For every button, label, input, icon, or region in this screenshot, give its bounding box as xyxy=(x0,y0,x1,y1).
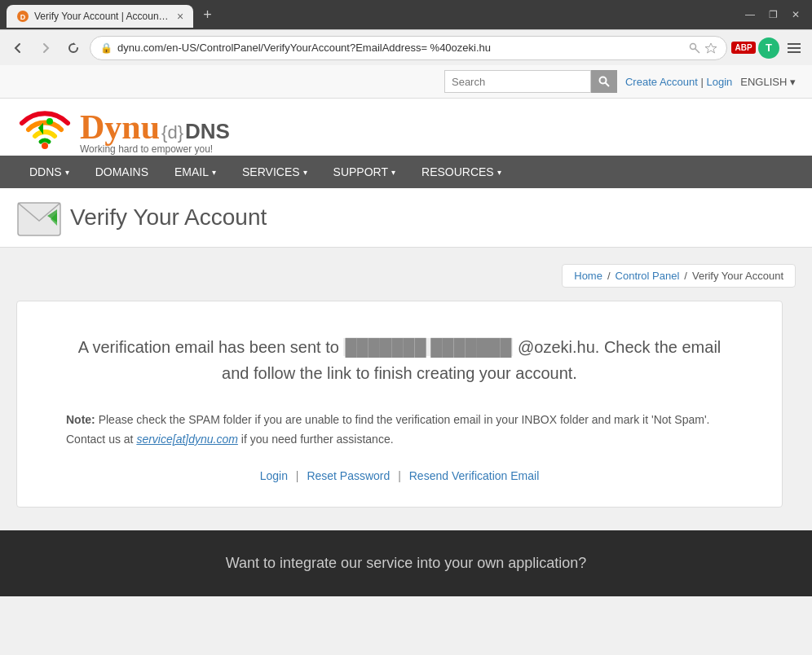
svg-line-10 xyxy=(605,83,609,87)
envelope-icon xyxy=(16,201,62,237)
footer-cta: Want to integrate our service into your … xyxy=(16,555,796,572)
note-label: Note: xyxy=(66,413,95,426)
top-bar: Create Account | Login ENGLISH ▾ xyxy=(0,65,812,99)
logo-text: Dynu {d} DNS xyxy=(80,108,230,147)
svg-point-11 xyxy=(42,143,48,149)
svg-point-3 xyxy=(691,43,696,49)
verification-message: A verification email has been sent to ██… xyxy=(66,334,733,386)
message-line1: A verification email has been sent to xyxy=(78,338,339,356)
top-link-sep: | xyxy=(701,76,707,88)
reload-button[interactable] xyxy=(62,37,85,59)
lock-icon: 🔒 xyxy=(100,42,113,54)
nav-ddns[interactable]: DDNS ▾ xyxy=(16,156,82,188)
action-sep1: | xyxy=(296,469,299,482)
toolbar-icons: ABP T xyxy=(732,37,805,59)
email-domain: @ozeki.hu. xyxy=(518,338,599,356)
ddns-arrow-icon: ▾ xyxy=(65,168,69,177)
resend-verification-link[interactable]: Resend Verification Email xyxy=(409,469,540,482)
create-account-link[interactable]: Create Account xyxy=(625,76,698,88)
star-icon[interactable] xyxy=(705,42,717,54)
svg-point-14 xyxy=(46,118,53,125)
main-nav: DDNS ▾ DOMAINS EMAIL ▾ SERVICES ▾ SUPPOR… xyxy=(0,156,812,188)
breadcrumb-home[interactable]: Home xyxy=(574,270,602,282)
login-action-link[interactable]: Login xyxy=(260,469,288,482)
logo-icon xyxy=(16,107,73,156)
tagline: Working hard to empower you! xyxy=(80,143,230,155)
logo-text-area: Dynu {d} DNS Working hard to empower you… xyxy=(80,108,230,155)
close-button[interactable]: ✕ xyxy=(786,5,805,24)
forward-button[interactable] xyxy=(34,37,57,59)
profile-button[interactable]: T xyxy=(758,37,779,59)
abp-icon[interactable]: ABP xyxy=(732,37,755,59)
search-input[interactable] xyxy=(444,70,591,93)
tab-close-button[interactable]: × xyxy=(177,10,183,23)
action-sep2: | xyxy=(398,469,401,482)
back-button[interactable] xyxy=(7,37,29,59)
browser-titlebar: D Verify Your Account | Account | U × + … xyxy=(0,0,812,29)
breadcrumb-sep2: / xyxy=(684,270,687,282)
top-links: Create Account | Login xyxy=(625,76,732,88)
nav-services[interactable]: SERVICES ▾ xyxy=(229,156,320,188)
website: Create Account | Login ENGLISH ▾ xyxy=(0,65,812,596)
logo-area: Dynu {d} DNS Working hard to empower you… xyxy=(16,107,230,156)
svg-point-9 xyxy=(599,77,606,84)
page-header: Verify Your Account xyxy=(0,188,812,248)
favicon-icon: D xyxy=(16,10,29,23)
service-email-link[interactable]: service[at]dynu.com xyxy=(136,433,238,446)
breadcrumb-panel[interactable]: Control Panel xyxy=(616,270,680,282)
reset-password-link[interactable]: Reset Password xyxy=(307,469,390,482)
browser-toolbar: 🔒 dynu.com/en-US/ControlPanel/VerifyYour… xyxy=(0,29,812,65)
search-button[interactable] xyxy=(591,70,617,93)
new-tab-button[interactable]: + xyxy=(196,3,218,27)
breadcrumb-current: Verify Your Account xyxy=(692,270,783,282)
support-arrow-icon: ▾ xyxy=(391,168,395,177)
browser-tab[interactable]: D Verify Your Account | Account | U × xyxy=(7,5,193,28)
nav-domains[interactable]: DOMAINS xyxy=(82,156,161,188)
main-card: A verification email has been sent to ██… xyxy=(16,301,783,508)
site-header: Dynu {d} DNS Working hard to empower you… xyxy=(0,99,812,156)
resources-arrow-icon: ▾ xyxy=(497,168,501,177)
browser-chrome: D Verify Your Account | Account | U × + … xyxy=(0,0,812,65)
logo-dns: DNS xyxy=(185,119,230,144)
action-links: Login | Reset Password | Resend Verifica… xyxy=(66,469,733,482)
search-icon xyxy=(598,76,610,87)
tab-title: Verify Your Account | Account | U xyxy=(34,11,169,22)
address-bar[interactable]: 🔒 dynu.com/en-US/ControlPanel/VerifyYour… xyxy=(90,36,727,60)
search-form xyxy=(444,70,617,93)
services-arrow-icon: ▾ xyxy=(303,168,307,177)
svg-marker-2 xyxy=(73,42,76,45)
login-link[interactable]: Login xyxy=(707,76,733,88)
note-section: Note: Please check the SPAM folder if yo… xyxy=(66,411,733,450)
abp-badge: ABP xyxy=(731,42,755,54)
logo-bracket: {d} xyxy=(161,122,183,143)
note-end: if you need further assistance. xyxy=(241,433,394,446)
logo-dynu: Dynu xyxy=(80,108,160,147)
window-controls: — ❐ ✕ xyxy=(740,5,805,24)
address-bar-icons xyxy=(689,42,717,54)
minimize-button[interactable]: — xyxy=(740,5,760,24)
nav-email[interactable]: EMAIL ▾ xyxy=(161,156,229,188)
svg-text:D: D xyxy=(20,13,26,21)
email-masked: ███████ ███████ xyxy=(343,338,513,356)
svg-marker-5 xyxy=(705,43,717,53)
nav-resources[interactable]: RESOURCES ▾ xyxy=(408,156,514,188)
page-icon xyxy=(16,201,57,234)
maximize-button[interactable]: ❐ xyxy=(763,5,783,24)
nav-support[interactable]: SUPPORT ▾ xyxy=(320,156,408,188)
breadcrumb-sep1: / xyxy=(607,270,611,282)
breadcrumb-inner: Home / Control Panel / Verify Your Accou… xyxy=(562,264,796,288)
site-footer: Want to integrate our service into your … xyxy=(0,530,812,596)
url-text: dynu.com/en-US/ControlPanel/VerifyYourAc… xyxy=(117,42,684,54)
email-arrow-icon: ▾ xyxy=(212,168,216,177)
breadcrumb: Home / Control Panel / Verify Your Accou… xyxy=(16,264,796,288)
page-content: Verify Your Account Home / Control Panel… xyxy=(0,188,812,530)
svg-line-4 xyxy=(695,48,700,53)
language-selector[interactable]: ENGLISH ▾ xyxy=(740,76,796,88)
menu-button[interactable] xyxy=(783,37,805,59)
key-icon xyxy=(689,42,700,54)
page-title: Verify Your Account xyxy=(70,204,267,231)
